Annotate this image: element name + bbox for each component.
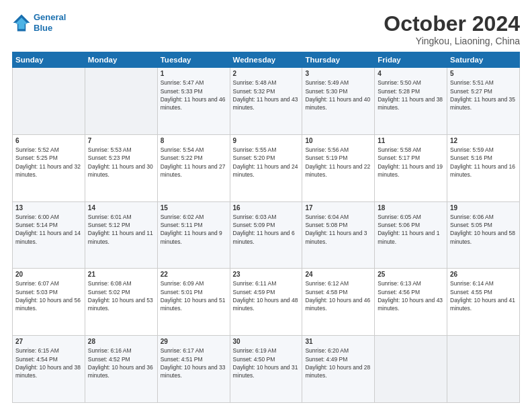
cell-content: Sunrise: 6:16 AMSunset: 4:52 PMDaylight:… [88,347,154,379]
day-number: 18 [378,204,444,212]
calendar-cell: 21Sunrise: 6:08 AMSunset: 5:02 PMDayligh… [85,269,157,336]
calendar-cell: 22Sunrise: 6:09 AMSunset: 5:01 PMDayligh… [157,269,230,336]
day-number: 23 [233,271,300,278]
calendar-cell: 16Sunrise: 6:03 AMSunset: 5:09 PMDayligh… [230,201,302,269]
calendar-cell: 12Sunrise: 5:59 AMSunset: 5:16 PMDayligh… [447,134,520,201]
calendar-cell: 28Sunrise: 6:16 AMSunset: 4:52 PMDayligh… [85,336,157,403]
calendar-cell: 9Sunrise: 5:55 AMSunset: 5:20 PMDaylight… [230,134,302,201]
cell-content: Sunrise: 5:51 AMSunset: 5:27 PMDaylight:… [450,79,517,111]
weekday-header-monday: Monday [85,52,157,68]
day-number: 10 [305,137,371,144]
day-number: 16 [233,204,300,212]
weekday-header-wednesday: Wednesday [230,52,302,68]
calendar-cell: 8Sunrise: 5:54 AMSunset: 5:22 PMDaylight… [157,134,230,201]
cell-content: Sunrise: 6:05 AMSunset: 5:06 PMDaylight:… [378,213,444,246]
calendar-cell [375,336,447,403]
day-number: 19 [450,204,517,212]
calendar-cell: 6Sunrise: 5:52 AMSunset: 5:25 PMDaylight… [13,134,85,201]
cell-content: Sunrise: 6:00 AMSunset: 5:14 PMDaylight:… [15,213,82,246]
day-number: 28 [88,338,154,345]
calendar-cell: 20Sunrise: 6:07 AMSunset: 5:03 PMDayligh… [13,269,85,336]
day-number: 13 [15,204,82,212]
week-row-4: 20Sunrise: 6:07 AMSunset: 5:03 PMDayligh… [13,269,520,336]
day-number: 14 [88,204,154,212]
day-number: 6 [15,137,82,144]
calendar-cell: 24Sunrise: 6:12 AMSunset: 4:58 PMDayligh… [302,269,375,336]
cell-content: Sunrise: 6:13 AMSunset: 4:56 PMDaylight:… [378,279,444,312]
day-number: 2 [233,70,300,77]
calendar-cell: 27Sunrise: 6:15 AMSunset: 4:54 PMDayligh… [13,336,85,403]
cell-content: Sunrise: 6:03 AMSunset: 5:09 PMDaylight:… [233,213,300,246]
location-subtitle: Yingkou, Liaoning, China [384,36,520,46]
cell-content: Sunrise: 6:06 AMSunset: 5:05 PMDaylight:… [450,213,517,246]
weekday-header-thursday: Thursday [302,52,375,68]
cell-content: Sunrise: 6:12 AMSunset: 4:58 PMDaylight:… [305,279,371,312]
calendar-cell: 17Sunrise: 6:04 AMSunset: 5:08 PMDayligh… [302,201,375,269]
calendar-cell: 31Sunrise: 6:20 AMSunset: 4:49 PMDayligh… [302,336,375,403]
page: General Blue October 2024 Yingkou, Liaon… [0,0,532,411]
calendar-cell: 18Sunrise: 6:05 AMSunset: 5:06 PMDayligh… [375,201,447,269]
logo-blue: Blue [34,23,52,33]
day-number: 1 [161,70,227,77]
cell-content: Sunrise: 6:08 AMSunset: 5:02 PMDaylight:… [88,279,154,312]
week-row-5: 27Sunrise: 6:15 AMSunset: 4:54 PMDayligh… [13,336,520,403]
title-area: October 2024 Yingkou, Liaoning, China [384,12,520,46]
weekday-header-friday: Friday [375,52,447,68]
calendar-cell: 11Sunrise: 5:58 AMSunset: 5:17 PMDayligh… [375,134,447,201]
cell-content: Sunrise: 6:01 AMSunset: 5:12 PMDaylight:… [88,213,154,246]
day-number: 30 [233,338,300,345]
cell-content: Sunrise: 6:04 AMSunset: 5:08 PMDaylight:… [305,213,371,246]
day-number: 17 [305,204,371,212]
cell-content: Sunrise: 6:20 AMSunset: 4:49 PMDaylight:… [305,347,371,379]
day-number: 9 [233,137,300,144]
cell-content: Sunrise: 5:54 AMSunset: 5:22 PMDaylight:… [161,146,227,179]
cell-content: Sunrise: 6:09 AMSunset: 5:01 PMDaylight:… [161,279,227,312]
week-row-2: 6Sunrise: 5:52 AMSunset: 5:25 PMDaylight… [13,134,520,201]
cell-content: Sunrise: 6:17 AMSunset: 4:51 PMDaylight:… [161,347,227,379]
calendar-cell: 5Sunrise: 5:51 AMSunset: 5:27 PMDaylight… [447,68,520,135]
calendar-cell [85,68,157,135]
header: General Blue October 2024 Yingkou, Liaon… [12,12,520,46]
cell-content: Sunrise: 6:19 AMSunset: 4:50 PMDaylight:… [233,347,300,379]
logo-icon [12,13,31,32]
cell-content: Sunrise: 5:48 AMSunset: 5:32 PMDaylight:… [233,79,300,111]
calendar-cell: 4Sunrise: 5:50 AMSunset: 5:28 PMDaylight… [375,68,447,135]
cell-content: Sunrise: 5:53 AMSunset: 5:23 PMDaylight:… [88,146,154,179]
calendar-cell: 19Sunrise: 6:06 AMSunset: 5:05 PMDayligh… [447,201,520,269]
week-row-3: 13Sunrise: 6:00 AMSunset: 5:14 PMDayligh… [13,201,520,269]
cell-content: Sunrise: 5:58 AMSunset: 5:17 PMDaylight:… [378,146,444,179]
day-number: 4 [378,70,444,77]
calendar-cell: 14Sunrise: 6:01 AMSunset: 5:12 PMDayligh… [85,201,157,269]
calendar-table: SundayMondayTuesdayWednesdayThursdayFrid… [12,52,520,403]
weekday-header-row: SundayMondayTuesdayWednesdayThursdayFrid… [13,52,520,68]
weekday-header-tuesday: Tuesday [157,52,230,68]
day-number: 31 [305,338,371,345]
logo: General Blue [12,12,66,33]
cell-content: Sunrise: 6:11 AMSunset: 4:59 PMDaylight:… [233,279,300,312]
calendar-cell: 1Sunrise: 5:47 AMSunset: 5:33 PMDaylight… [157,68,230,135]
day-number: 12 [450,137,517,144]
day-number: 3 [305,70,371,77]
calendar-cell: 2Sunrise: 5:48 AMSunset: 5:32 PMDaylight… [230,68,302,135]
day-number: 8 [161,137,227,144]
calendar-cell: 30Sunrise: 6:19 AMSunset: 4:50 PMDayligh… [230,336,302,403]
calendar-cell: 7Sunrise: 5:53 AMSunset: 5:23 PMDaylight… [85,134,157,201]
calendar-cell: 25Sunrise: 6:13 AMSunset: 4:56 PMDayligh… [375,269,447,336]
calendar-cell: 13Sunrise: 6:00 AMSunset: 5:14 PMDayligh… [13,201,85,269]
calendar-cell [13,68,85,135]
day-number: 7 [88,137,154,144]
month-title: October 2024 [384,12,520,36]
weekday-header-saturday: Saturday [447,52,520,68]
day-number: 27 [15,338,82,345]
cell-content: Sunrise: 5:55 AMSunset: 5:20 PMDaylight:… [233,146,300,179]
cell-content: Sunrise: 6:02 AMSunset: 5:11 PMDaylight:… [161,213,227,246]
cell-content: Sunrise: 6:07 AMSunset: 5:03 PMDaylight:… [15,279,82,312]
cell-content: Sunrise: 5:49 AMSunset: 5:30 PMDaylight:… [305,79,371,111]
cell-content: Sunrise: 5:59 AMSunset: 5:16 PMDaylight:… [450,146,517,179]
day-number: 25 [378,271,444,278]
calendar-cell: 29Sunrise: 6:17 AMSunset: 4:51 PMDayligh… [157,336,230,403]
cell-content: Sunrise: 6:14 AMSunset: 4:55 PMDaylight:… [450,279,517,312]
weekday-header-sunday: Sunday [13,52,85,68]
day-number: 22 [161,271,227,278]
cell-content: Sunrise: 6:15 AMSunset: 4:54 PMDaylight:… [15,347,82,379]
